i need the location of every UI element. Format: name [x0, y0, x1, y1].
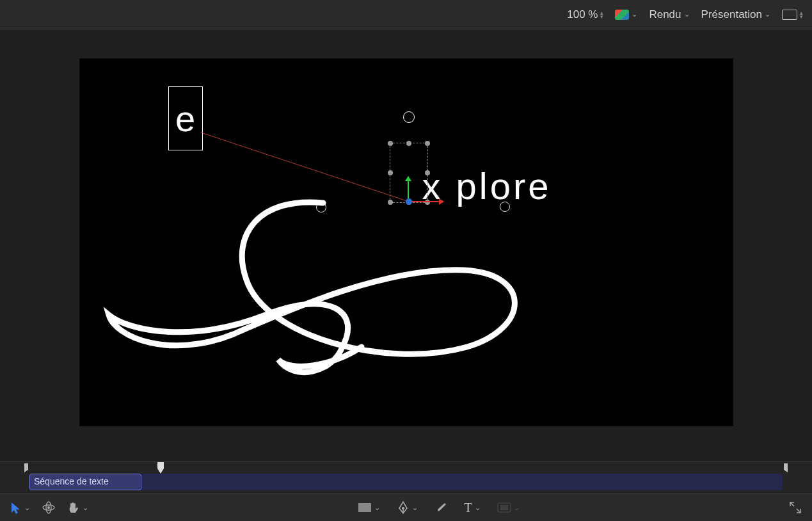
presentation-label: Présentation — [701, 8, 762, 21]
chevron-down-icon: ⌄ — [632, 10, 637, 19]
color-profile-dropdown[interactable]: ⌄ — [615, 10, 637, 20]
selection-tool[interactable]: ⌄ — [10, 501, 30, 514]
svg-point-5 — [402, 507, 404, 509]
isolated-glyph: e — [175, 98, 195, 140]
expand-viewer-button[interactable] — [789, 501, 802, 514]
chevron-down-icon: ⌄ — [83, 504, 88, 512]
svg-rect-7 — [500, 505, 508, 510]
aspect-ratio-dropdown[interactable]: ▴▾ — [782, 10, 803, 20]
brush-icon — [434, 501, 447, 514]
presentation-dropdown[interactable]: Présentation ⌄ — [701, 8, 770, 21]
resize-handle[interactable] — [425, 141, 430, 146]
shape-tools-group: ⌄ ⌄ T ⌄ ⌄ — [358, 501, 519, 515]
color-swatch-icon — [615, 10, 629, 20]
transform-bounding-box[interactable] — [390, 143, 428, 203]
zoom-value: 100 % — [567, 8, 598, 21]
chevron-down-icon: ⌄ — [412, 504, 418, 512]
text-tool-icon: T — [464, 501, 472, 515]
text-sequence-clip[interactable]: Séquence de texte — [29, 474, 141, 490]
canvas[interactable]: e x plore — [79, 58, 733, 426]
resize-handle[interactable] — [388, 141, 393, 146]
clip-label: Séquence de texte — [34, 476, 109, 486]
mask-tool[interactable]: ⌄ — [497, 502, 520, 513]
chevron-down-icon: ⌄ — [475, 504, 481, 512]
mini-timeline: Séquence de texte — [0, 461, 812, 493]
glyph-selection-box[interactable]: e — [168, 86, 203, 150]
svg-line-0 — [201, 132, 409, 202]
rotation-handle[interactable] — [403, 111, 415, 123]
render-dropdown[interactable]: Rendu ⌄ — [649, 8, 689, 21]
expand-icon — [789, 501, 802, 514]
chevron-down-icon: ⌄ — [374, 504, 380, 512]
viewer-top-toolbar: 100 % ▴▾ ⌄ Rendu ⌄ Présentation ⌄ ▴▾ — [0, 0, 812, 29]
rectangle-icon — [358, 502, 372, 513]
chevron-down-icon: ⌄ — [514, 504, 520, 512]
orbit-icon — [42, 501, 56, 515]
y-axis-arrow[interactable] — [408, 177, 409, 201]
timeline-track[interactable]: Séquence de texte — [29, 474, 783, 490]
3d-transform-tool[interactable] — [42, 501, 56, 515]
resize-handle[interactable] — [388, 200, 393, 205]
hand-icon — [67, 501, 80, 514]
pen-tool[interactable]: ⌄ — [397, 501, 418, 515]
transform-origin-handle[interactable] — [406, 198, 412, 205]
aspect-box-icon — [782, 10, 797, 20]
timeline-ruler[interactable] — [0, 462, 812, 474]
playhead[interactable] — [157, 462, 164, 474]
pan-tool[interactable]: ⌄ — [67, 501, 88, 514]
stepper-arrows-icon: ▴▾ — [800, 11, 803, 19]
resize-handle[interactable] — [425, 170, 430, 175]
render-label: Rendu — [649, 8, 681, 21]
svg-point-3 — [47, 506, 50, 509]
resize-handle[interactable] — [406, 141, 411, 146]
keyframe-marker[interactable] — [316, 202, 326, 212]
chevron-down-icon: ⌄ — [24, 504, 30, 512]
out-point-marker[interactable] — [783, 463, 788, 472]
text-tool[interactable]: T ⌄ — [464, 501, 480, 515]
mask-frame-icon — [497, 502, 511, 513]
canvas-toolbar: ⌄ ⌄ ⌄ ⌄ T ⌄ ⌄ — [0, 493, 812, 521]
svg-rect-4 — [358, 503, 371, 512]
pen-nib-icon — [397, 501, 410, 515]
arrow-cursor-icon — [10, 501, 22, 514]
paint-tool[interactable] — [434, 501, 447, 514]
x-axis-arrow[interactable] — [409, 201, 443, 202]
rectangle-tool[interactable]: ⌄ — [358, 502, 380, 513]
chevron-down-icon: ⌄ — [765, 10, 770, 19]
chevron-down-icon: ⌄ — [684, 10, 690, 19]
in-point-marker[interactable] — [24, 463, 29, 472]
stepper-arrows-icon: ▴▾ — [600, 11, 603, 19]
zoom-level-stepper[interactable]: 100 % ▴▾ — [567, 8, 603, 21]
canvas-viewport: e x plore — [0, 29, 812, 458]
resize-handle[interactable] — [388, 170, 393, 175]
